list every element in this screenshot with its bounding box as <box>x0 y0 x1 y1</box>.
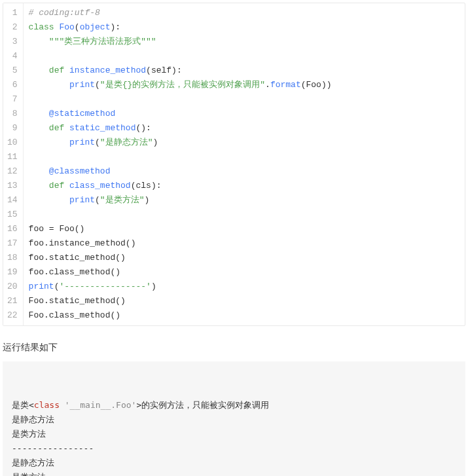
code-line: print('----------------') <box>29 280 459 294</box>
code-line: print("是静态方法") <box>29 136 459 150</box>
line-number: 5 <box>7 64 18 78</box>
code-line: def class_method(cls): <box>29 179 459 193</box>
line-number: 8 <box>7 107 18 121</box>
line-number: 22 <box>7 308 18 323</box>
line-number-gutter: 12345678910111213141516171819202122 <box>3 3 24 325</box>
code-content[interactable]: # coding:utf-8class Foo(object): """类三种方… <box>24 3 465 325</box>
output-block: 是类<class '__main__.Foo'>的实例方法，只能被实例对象调用是… <box>3 361 465 476</box>
code-line: def static_method(): <box>29 121 459 136</box>
code-line: def instance_method(self): <box>29 64 459 78</box>
output-section-label: 运行结果如下 <box>3 342 465 354</box>
output-line: 是类方法 <box>12 427 456 441</box>
output-line: 是静态方法 <box>12 456 456 470</box>
code-line <box>29 208 459 222</box>
output-line: 是类<class '__main__.Foo'>的实例方法，只能被实例对象调用 <box>12 398 456 412</box>
code-line: print("是类方法") <box>29 193 459 208</box>
line-number: 1 <box>7 6 18 20</box>
code-line: """类三种方法语法形式""" <box>29 35 459 49</box>
output-line: 是类方法 <box>12 470 456 476</box>
line-number: 13 <box>7 179 18 193</box>
line-number: 16 <box>7 222 18 236</box>
code-line <box>29 92 459 107</box>
code-line: foo.class_method() <box>29 265 459 280</box>
line-number: 12 <box>7 164 18 179</box>
line-number: 17 <box>7 236 18 251</box>
code-block: 12345678910111213141516171819202122 # co… <box>3 3 465 326</box>
code-line: foo = Foo() <box>29 222 459 236</box>
code-line <box>29 150 459 164</box>
line-number: 2 <box>7 20 18 35</box>
code-line: foo.instance_method() <box>29 236 459 251</box>
code-line <box>29 49 459 64</box>
line-number: 20 <box>7 280 18 294</box>
line-number: 19 <box>7 265 18 280</box>
line-number: 15 <box>7 208 18 222</box>
code-line: @classmethod <box>29 164 459 179</box>
line-number: 6 <box>7 78 18 92</box>
line-number: 14 <box>7 193 18 208</box>
line-number: 7 <box>7 92 18 107</box>
code-line: foo.static_method() <box>29 251 459 265</box>
line-number: 18 <box>7 251 18 265</box>
code-line: class Foo(object): <box>29 20 459 35</box>
line-number: 9 <box>7 121 18 136</box>
code-line: Foo.class_method() <box>29 308 459 323</box>
output-line: ---------------- <box>12 441 456 456</box>
code-line: # coding:utf-8 <box>29 6 459 20</box>
line-number: 10 <box>7 136 18 150</box>
code-line: print("是类{}的实例方法，只能被实例对象调用".format(Foo)) <box>29 78 459 92</box>
line-number: 3 <box>7 35 18 49</box>
code-line: Foo.static_method() <box>29 294 459 308</box>
code-line: @staticmethod <box>29 107 459 121</box>
line-number: 21 <box>7 294 18 308</box>
output-line: 是静态方法 <box>12 412 456 427</box>
line-number: 4 <box>7 49 18 64</box>
line-number: 11 <box>7 150 18 164</box>
